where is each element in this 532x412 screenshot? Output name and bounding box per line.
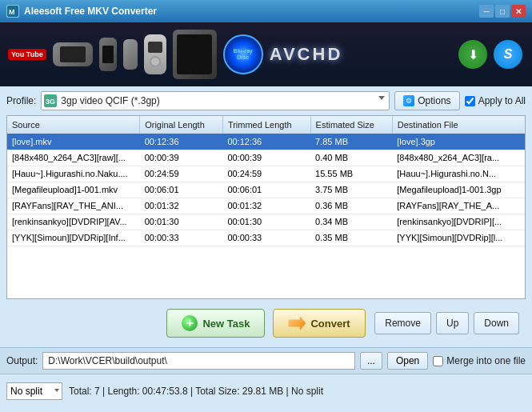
ipod-icon [144, 34, 166, 74]
cell-size: 7.85 MB [310, 134, 392, 150]
col-trimmed: Trimmed Length [222, 116, 310, 134]
cell-original: 00:01:30 [140, 214, 223, 230]
merge-checkbox[interactable] [433, 356, 443, 366]
cell-size: 0.35 MB [310, 230, 392, 246]
table-body: [love].mkv 00:12:36 00:12:36 7.85 MB [lo… [7, 134, 525, 246]
banner-logo-area: You Tube [8, 30, 217, 79]
cell-trimmed: 00:24:59 [222, 166, 310, 182]
options-icon: ⚙ [403, 95, 414, 106]
status-text: Total: 7 | Length: 00:47:53.8 | Total Si… [69, 386, 323, 397]
avchd-logo: AVCHD [270, 44, 343, 65]
window-controls: ─ □ ✕ [479, 5, 526, 18]
psp-icon [53, 42, 93, 66]
cell-original: 00:06:01 [140, 182, 223, 198]
profile-select-wrapper: 3G 3gp video QCIF (*.3gp) [41, 91, 390, 110]
cell-dest: [848x480_x264_AC3][ra... [392, 150, 525, 166]
col-dest: Destination File [392, 116, 525, 134]
new-task-icon: + [182, 315, 198, 331]
cell-size: 15.55 MB [310, 166, 392, 182]
open-button[interactable]: Open [387, 352, 428, 370]
cell-source: [RAYFans][RAY_THE_ANI... [7, 198, 140, 214]
table-row[interactable]: [love].mkv 00:12:36 00:12:36 7.85 MB [lo… [7, 134, 525, 150]
main-action-buttons: + New Task Convert [166, 309, 365, 338]
maximize-button[interactable]: □ [495, 5, 510, 18]
profile-row: Profile: 3G 3gp video QCIF (*.3gp) ⚙ Opt… [6, 91, 526, 110]
table-row[interactable]: [Megafileupload]1-001.mkv 00:06:01 00:06… [7, 182, 525, 198]
output-row: Output: ... Open Merge into one file [0, 347, 532, 374]
cell-size: 0.40 MB [310, 150, 392, 166]
output-path-input[interactable] [42, 352, 355, 370]
up-button[interactable]: Up [436, 312, 469, 334]
table-header: Source Original Length Trimmed Length Es… [7, 116, 525, 134]
cell-size: 3.75 MB [310, 182, 392, 198]
profile-select[interactable]: 3gp video QCIF (*.3gp) [41, 91, 390, 110]
cell-dest: [Megafileupload]1-001.3gp [392, 182, 525, 198]
cell-size: 0.36 MB [310, 198, 392, 214]
cell-trimmed: 00:12:36 [222, 134, 310, 150]
download-icon[interactable]: ⬇ [458, 40, 487, 69]
cell-dest: [YYK][Simoun][DVDRip][l... [392, 230, 525, 246]
cell-original: 00:00:39 [140, 150, 223, 166]
status-bar: No split By size By time Total: 7 | Leng… [0, 379, 532, 403]
bluray-logo-area: Blu-rayDisc [223, 34, 263, 74]
col-original: Original Length [140, 116, 223, 134]
table-row[interactable]: [Hauu~].Higurashi.no.Naku.... 00:24:59 0… [7, 166, 525, 182]
cell-source: [renkinsankyo][DVDRIP][AV... [7, 214, 140, 230]
table-row[interactable]: [YYK][Simoun][DVDRip][Inf... 00:00:33 00… [7, 230, 525, 246]
apply-all-label[interactable]: Apply to All [465, 95, 526, 106]
bottom-section: + New Task Convert Remove Up Down [0, 304, 532, 347]
side-action-buttons: Remove Up Down [374, 312, 519, 334]
svg-text:3G: 3G [46, 98, 55, 106]
phone-icon-1 [99, 38, 117, 71]
profile-label: Profile: [6, 95, 36, 106]
app-title: Aleesoft Free MKV Converter [24, 6, 479, 17]
remove-button[interactable]: Remove [374, 312, 431, 334]
skype-icon[interactable]: S [494, 40, 522, 69]
cell-size: 0.34 MB [310, 214, 392, 230]
file-table: Source Original Length Trimmed Length Es… [7, 116, 525, 246]
cell-original: 00:00:33 [140, 230, 223, 246]
svg-text:M: M [9, 8, 15, 16]
cell-original: 00:12:36 [140, 134, 223, 150]
minimize-button[interactable]: ─ [479, 5, 494, 18]
cell-dest: [renkinsankyo][DVDRIP][... [392, 214, 525, 230]
file-table-container: Source Original Length Trimmed Length Es… [6, 115, 526, 299]
output-label: Output: [6, 355, 38, 366]
table-row[interactable]: [848x480_x264_AC3][raw][... 00:00:39 00:… [7, 150, 525, 166]
close-button[interactable]: ✕ [511, 5, 526, 18]
split-select-wrapper: No split By size By time [6, 382, 62, 400]
cell-trimmed: 00:01:30 [222, 214, 310, 230]
col-source: Source [7, 116, 140, 134]
new-task-button[interactable]: + New Task [166, 309, 265, 338]
cell-source: [848x480_x264_AC3][raw][... [7, 150, 140, 166]
banner: You Tube Blu-rayDisc AVCHD ⬇ S [0, 22, 532, 86]
cell-original: 00:01:32 [140, 198, 223, 214]
action-row: + New Task Convert Remove Up Down [6, 309, 526, 338]
table-row[interactable]: [renkinsankyo][DVDRIP][AV... 00:01:30 00… [7, 214, 525, 230]
merge-label[interactable]: Merge into one file [433, 355, 526, 366]
apply-all-checkbox[interactable] [465, 96, 475, 106]
table-row[interactable]: [RAYFans][RAY_THE_ANI... 00:01:32 00:01:… [7, 198, 525, 214]
phone-icon-2 [123, 39, 138, 70]
youtube-badge: You Tube [8, 49, 46, 60]
cell-dest: [RAYFans][RAY_THE_A... [392, 198, 525, 214]
cell-trimmed: 00:01:32 [222, 198, 310, 214]
app-icon: M [6, 5, 19, 18]
split-select[interactable]: No split By size By time [6, 382, 62, 400]
profile-format-icon: 3G [44, 94, 57, 107]
cell-original: 00:24:59 [140, 166, 223, 182]
banner-right-icons: ⬇ S [458, 40, 522, 69]
col-size: Estimated Size [310, 116, 392, 134]
cell-dest: [Hauu~].Higurashi.no.N... [392, 166, 525, 182]
convert-button[interactable]: Convert [273, 309, 365, 338]
titlebar: M Aleesoft Free MKV Converter ─ □ ✕ [0, 0, 532, 22]
cell-trimmed: 00:00:39 [222, 150, 310, 166]
cell-source: [YYK][Simoun][DVDRip][Inf... [7, 230, 140, 246]
cell-trimmed: 00:06:01 [222, 182, 310, 198]
cell-source: [love].mkv [7, 134, 140, 150]
tablet-icon [173, 30, 217, 79]
down-button[interactable]: Down [474, 312, 519, 334]
browse-button[interactable]: ... [360, 352, 382, 370]
options-button[interactable]: ⚙ Options [394, 91, 459, 110]
main-content: Profile: 3G 3gp video QCIF (*.3gp) ⚙ Opt… [0, 86, 532, 304]
